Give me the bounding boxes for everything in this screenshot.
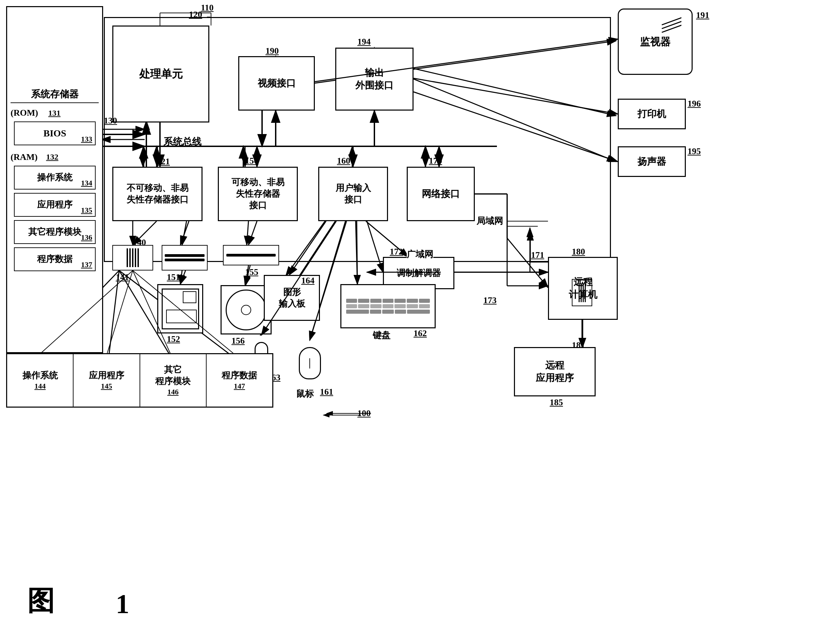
nonremov-iface-box: 不可移动、非易 失性存储器接口: [112, 167, 202, 221]
floppy-disk-ref: 152: [167, 334, 180, 344]
ref-110: 110: [201, 3, 214, 13]
cpu-label: 处理单元: [139, 67, 183, 81]
svg-line-13: [412, 68, 616, 116]
sys-bus-label: 系统总线: [164, 135, 202, 148]
bottom-storage-box: 操作系统 144 应用程序 145 其它 程序模块 146 程序数据 147: [6, 353, 273, 408]
prog-data-label: 程序数据: [37, 253, 72, 265]
user-input-iface-label: 用户输入 接口: [336, 182, 371, 205]
rom-label: (ROM): [11, 107, 38, 119]
printer-box: 打印机: [618, 99, 686, 129]
bios-box: BIOS 133: [14, 122, 96, 145]
app-box: 应用程序 135: [14, 193, 96, 217]
other-bottom-label: 其它 程序模块: [155, 364, 191, 387]
other-modules-box: 其它程序模块 136: [14, 220, 96, 244]
user-input-iface-ref: 160: [337, 156, 350, 166]
prog-data-ref: 137: [81, 260, 92, 270]
speaker-label: 扬声器: [638, 155, 666, 168]
fig-label-text: 图: [27, 586, 55, 616]
bios-label: BIOS: [43, 127, 66, 139]
video-iface-box: 视频接口: [238, 56, 315, 110]
bios-ref: 133: [81, 134, 92, 144]
svg-line-72: [182, 221, 186, 245]
keyboard-ref: 162: [414, 328, 427, 339]
app-bottom-label: 应用程序: [89, 370, 124, 381]
mouse-ref: 161: [320, 387, 333, 397]
svg-line-59: [414, 92, 618, 162]
mouse-label: 鼠标: [296, 388, 314, 400]
svg-line-28: [248, 221, 257, 245]
other-modules-ref: 136: [81, 233, 92, 243]
remote-hdd-icon: [572, 279, 592, 306]
speaker-box: 扬声器: [618, 146, 686, 177]
output-iface-label: 输出 外围接口: [355, 67, 393, 91]
printer-label: 打印机: [638, 108, 666, 120]
monitor-ref: 191: [696, 10, 709, 21]
ref-130: 130: [104, 116, 117, 126]
ref-100: 100: [357, 408, 371, 419]
hdd-ref: 141: [116, 272, 129, 282]
remov-iface-label: 可移动、非易 失性存储器 接口: [231, 177, 285, 211]
ref-173: 173: [483, 295, 497, 306]
card-slot-icon: [223, 245, 279, 266]
fig-num-text: 1: [116, 589, 129, 619]
svg-line-31: [286, 221, 325, 275]
floppy-drive-icon: [162, 245, 208, 270]
ref-171: 171: [531, 250, 544, 260]
ram-ref: 132: [46, 152, 58, 162]
ram-label: (RAM): [11, 151, 37, 163]
modem-ref: 172: [390, 247, 403, 257]
diagram-container: 系统存储器 (ROM) 131 BIOS 133 (RAM) 132 操作系统 …: [0, 0, 840, 640]
cd-rom-ref: 156: [231, 336, 245, 346]
mouse-icon: [289, 340, 330, 386]
modem-label: 调制解调器: [396, 267, 441, 279]
wan-label: 广域网: [407, 248, 433, 260]
video-iface-ref: 190: [266, 46, 279, 56]
output-iface-ref: 194: [357, 37, 371, 47]
graphics-tablet-ref: 164: [301, 275, 314, 286]
graphics-tablet-label: 图形 输入板: [279, 286, 305, 310]
remote-app-box: 远程 应用程序: [514, 347, 596, 397]
svg-line-79: [357, 221, 357, 284]
rom-row: (ROM) 131: [11, 107, 99, 119]
os-label: 操作系统: [37, 172, 72, 183]
svg-line-24: [109, 270, 119, 355]
user-input-iface-box: 用户输入 接口: [318, 167, 388, 221]
svg-line-76: [289, 221, 326, 275]
svg-line-38: [507, 238, 548, 288]
monitor-label: 监视器: [640, 35, 670, 48]
video-iface-label: 视频接口: [258, 77, 296, 90]
remote-app-label: 远程 应用程序: [536, 359, 574, 384]
os-bottom-label: 操作系统: [22, 370, 58, 381]
network-iface-label: 网络接口: [422, 188, 460, 200]
other-modules-label: 其它程序模块: [28, 226, 81, 238]
network-iface-box: 网络接口: [407, 167, 475, 221]
nonremov-iface-ref: 121: [157, 157, 170, 167]
ram-row: (RAM) 132: [11, 151, 99, 163]
svg-line-74: [180, 270, 182, 284]
app-label: 应用程序: [37, 199, 72, 211]
nonremov-iface-label: 不可移动、非易 失性存储器接口: [127, 182, 189, 205]
svg-line-14: [412, 78, 616, 162]
svg-line-58: [414, 78, 618, 114]
speaker-ref: 195: [688, 146, 701, 157]
progdata-bottom-ref: 147: [234, 381, 245, 391]
app-ref: 135: [81, 205, 92, 215]
os-ref: 134: [81, 178, 92, 188]
keyboard-label: 键盘: [373, 330, 390, 341]
remote-app-ref: 185: [550, 397, 563, 408]
output-iface-box: 输出 外围接口: [335, 48, 414, 110]
hdd-icon: [112, 245, 153, 270]
card-slot-ref: 155: [245, 267, 258, 277]
other-bottom-ref: 146: [167, 387, 179, 397]
svg-line-69: [107, 270, 133, 353]
remov-iface-ref: 150: [245, 156, 258, 166]
remote-computer-ref: 180: [572, 247, 585, 257]
cpu-ref: 120: [189, 10, 202, 20]
lan-label: 局域网: [476, 215, 503, 227]
cpu-box: 处理单元: [112, 26, 209, 123]
floppy-drive-ref: 151: [167, 272, 180, 282]
svg-line-34: [356, 221, 357, 284]
svg-line-80: [367, 221, 383, 272]
fig-num: 1: [116, 589, 129, 619]
system-storage-title: 系统存储器: [11, 88, 99, 103]
